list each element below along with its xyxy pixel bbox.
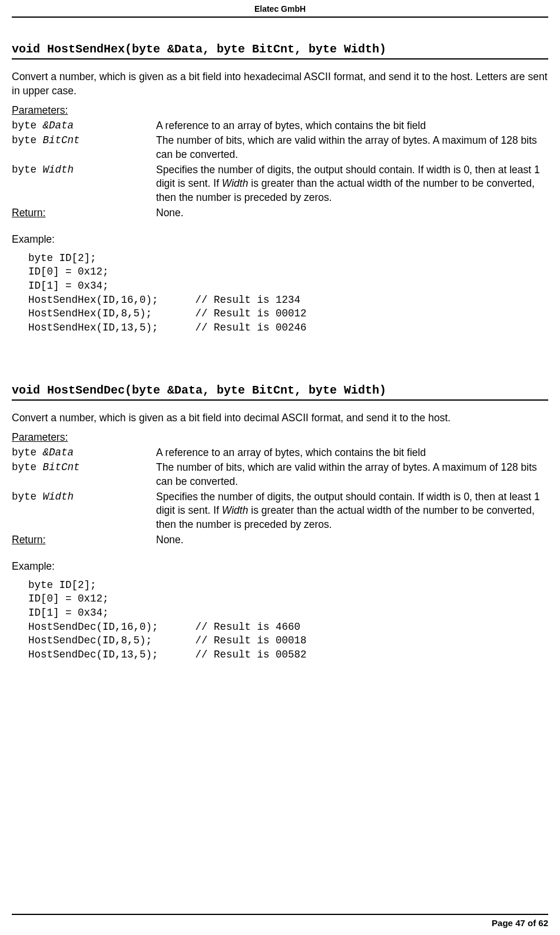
return-row: Return: None. [12, 533, 548, 547]
parameters-label: Parameters: [12, 104, 548, 118]
param-desc: Specifies the number of digits, the outp… [156, 163, 548, 205]
param-row: byte &Data A reference to an array of by… [12, 119, 548, 133]
param-row: byte BitCnt The number of bits, which ar… [12, 134, 548, 161]
description-text: Convert a number, which is given as a bi… [12, 70, 548, 98]
footer-rule [12, 914, 548, 915]
param-name: byte &Data [12, 446, 156, 460]
return-label: Return: [12, 206, 156, 220]
spacer [12, 341, 548, 359]
return-value: None. [156, 533, 184, 547]
code-block: byte ID[2]; ID[0] = 0x12; ID[1] = 0x34; … [28, 252, 548, 335]
page: Elatec GmbH void HostSendHex(byte &Data,… [0, 0, 560, 935]
param-name: byte Width [12, 490, 156, 504]
code-block: byte ID[2]; ID[0] = 0x12; ID[1] = 0x34; … [28, 579, 548, 662]
example-label: Example: [12, 233, 548, 247]
param-row: byte &Data A reference to an array of by… [12, 446, 548, 460]
function-title-hostsendhex: void HostSendHex(byte &Data, byte BitCnt… [12, 41, 548, 60]
param-desc: A reference to an array of bytes, which … [156, 446, 548, 460]
param-desc: The number of bits, which are valid with… [156, 134, 548, 161]
description-text: Convert a number, which is given as a bi… [12, 411, 548, 425]
param-desc: Specifies the number of digits, the outp… [156, 490, 548, 532]
param-name: byte BitCnt [12, 461, 156, 475]
page-header: Elatec GmbH [12, 0, 548, 18]
header-company: Elatec GmbH [254, 4, 306, 14]
param-desc: The number of bits, which are valid with… [156, 461, 548, 488]
example-label: Example: [12, 560, 548, 574]
param-name: byte Width [12, 163, 156, 177]
return-label: Return: [12, 533, 156, 547]
parameters-label: Parameters: [12, 431, 548, 445]
param-row: byte BitCnt The number of bits, which ar… [12, 461, 548, 488]
return-row: Return: None. [12, 206, 548, 220]
param-name: byte &Data [12, 119, 156, 133]
param-desc: A reference to an array of bytes, which … [156, 119, 548, 133]
param-row: byte Width Specifies the number of digit… [12, 490, 548, 532]
param-row: byte Width Specifies the number of digit… [12, 163, 548, 205]
return-value: None. [156, 206, 184, 220]
function-title-hostsenddec: void HostSendDec(byte &Data, byte BitCnt… [12, 382, 548, 401]
page-number: Page 47 of 62 [492, 917, 548, 929]
param-name: byte BitCnt [12, 134, 156, 148]
